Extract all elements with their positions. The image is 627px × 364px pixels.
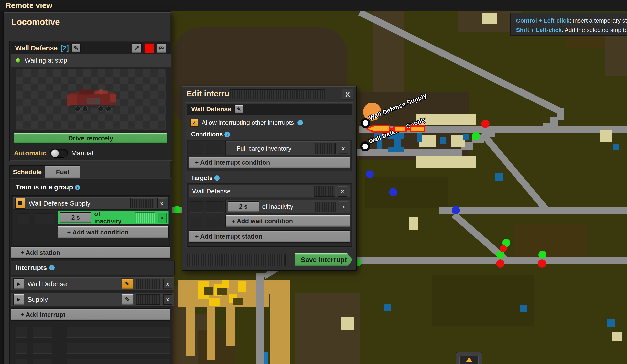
ghost-cell	[33, 343, 52, 354]
tab-fuel[interactable]: Fuel	[45, 165, 80, 179]
drag-handle[interactable]	[136, 294, 160, 305]
map-red-signal	[481, 120, 490, 128]
dialog-drag-handle[interactable]	[230, 90, 325, 99]
expand-interrupt-button[interactable]: ▶	[13, 294, 24, 305]
map-building	[482, 13, 497, 24]
rename-interrupt-button[interactable]: ✎	[234, 105, 243, 113]
train-stop-marker[interactable]	[361, 118, 370, 128]
remove-interrupt-button[interactable]: x	[163, 294, 172, 305]
close-icon: x	[166, 281, 169, 287]
add-station-button[interactable]: + Add station	[11, 246, 170, 259]
close-icon: x	[166, 297, 169, 303]
allow-interrupting-checkbox[interactable]: ✓	[190, 119, 198, 127]
remove-interrupt-button[interactable]: x	[163, 279, 172, 289]
remove-station-button[interactable]: x	[157, 198, 166, 208]
remove-wait-button[interactable]: x	[158, 213, 166, 223]
map-terrain-patch	[238, 281, 246, 292]
train-stop-marker[interactable]	[360, 141, 370, 151]
rename-train-button[interactable]: ✎	[71, 44, 81, 52]
copy-color-button[interactable]	[132, 43, 142, 53]
info-icon[interactable]: i	[214, 176, 219, 181]
target-station-row[interactable]: Wall Defense x	[189, 185, 350, 198]
target-wait-condition-row[interactable]: 2 s of inactivity x	[225, 200, 350, 214]
interrupt-row-wall-defense[interactable]: ▶ Wall Defense ✎ x	[11, 277, 174, 290]
drive-remotely-button[interactable]: Drive remotely	[14, 133, 167, 144]
add-interrupt-condition-button[interactable]: + Add interrupt condition	[189, 157, 350, 168]
save-interrupt-button[interactable]: Save interrupt	[295, 253, 353, 267]
map-terrain-patch	[605, 31, 627, 76]
dialog-close-button[interactable]: X	[342, 89, 354, 100]
edit-interrupt-button-active[interactable]: ✎	[122, 278, 133, 289]
schedule-station-row[interactable]: Wall Defense Supply x	[13, 197, 169, 210]
interrupt-row-supply[interactable]: ▶ Supply ✎ x	[11, 293, 174, 306]
conditions-panel: Full cargo inventory x + Add interrupt c…	[187, 139, 352, 171]
wait-time-button[interactable]: 2 s	[228, 201, 259, 212]
mode-toggle[interactable]	[50, 148, 68, 158]
add-wait-condition-button[interactable]: + Add wait condition	[58, 226, 169, 238]
add-wait-condition-button[interactable]: + Add wait condition	[225, 215, 350, 227]
drag-handle[interactable]	[130, 198, 154, 208]
edit-interrupt-button[interactable]: ✎	[122, 294, 133, 305]
train-status: Waiting at stop	[25, 57, 67, 64]
locate-train-button[interactable]	[157, 43, 166, 53]
map-green-signal	[538, 251, 546, 259]
wait-condition-row[interactable]: 2 s of inactivity x	[58, 211, 169, 225]
map-building	[612, 332, 622, 341]
dialog-title: Edit interrupt	[187, 89, 237, 98]
train-name: Wall Defense	[15, 44, 58, 52]
info-icon[interactable]: i	[49, 265, 54, 271]
drag-handle[interactable]	[136, 279, 160, 289]
wait-time-button[interactable]: 2 s	[60, 212, 91, 223]
interrupts-label: Interrupts	[16, 264, 47, 272]
train-color-swatch[interactable]	[144, 43, 154, 53]
drag-handle[interactable]	[314, 186, 335, 197]
condition-row[interactable]: Full cargo inventory x	[225, 141, 350, 155]
train-header: Wall Defense [2] ✎	[11, 42, 171, 54]
map-chest	[440, 137, 446, 144]
add-interrupt-station-button[interactable]: + Add interrupt station	[189, 230, 350, 242]
train-wagon-marker	[393, 126, 407, 132]
train-preview[interactable]	[15, 69, 166, 130]
hint-text: : Insert a temporary stop.	[570, 17, 627, 24]
ghost-cell	[206, 201, 223, 213]
tab-schedule[interactable]: Schedule	[9, 165, 45, 179]
targets-panel: Wall Defense x 2 s of inactivity x + Add…	[187, 183, 352, 247]
map-building	[451, 135, 465, 147]
train-wagon-marker	[410, 125, 425, 132]
drag-handle[interactable]	[135, 212, 155, 223]
expand-interrupt-button[interactable]: ▶	[13, 278, 24, 289]
map-building	[416, 156, 476, 168]
map-rail	[543, 123, 552, 130]
remove-wait-button[interactable]: x	[339, 201, 348, 212]
ghost-cell	[206, 143, 223, 155]
ghost-cell	[67, 359, 170, 364]
remove-condition-button[interactable]: x	[339, 143, 348, 154]
pencil-icon: ✎	[125, 296, 130, 303]
map-chest	[384, 304, 391, 311]
allow-interrupting-row[interactable]: ✓ Allow interrupting other interrupts i	[190, 119, 303, 127]
ghost-cell	[33, 359, 52, 364]
drag-handle[interactable]	[315, 201, 336, 212]
map-alert-widget[interactable]	[456, 352, 482, 364]
map-red-signal	[500, 245, 507, 252]
map-blue-signal	[452, 206, 460, 214]
map-rail	[439, 207, 627, 214]
info-icon[interactable]: i	[75, 185, 80, 190]
map-terrain-patch	[233, 298, 244, 305]
drag-handle[interactable]	[315, 143, 336, 154]
ghost-cell	[191, 201, 203, 213]
remote-view-bar: Remote view	[0, 0, 627, 11]
info-icon[interactable]: i	[298, 120, 303, 125]
ghost-cell	[18, 213, 29, 224]
pencil-icon: ✎	[74, 45, 78, 51]
condition-text: Full cargo inventory	[228, 145, 291, 152]
map-chest	[464, 134, 469, 140]
map-building	[341, 318, 354, 330]
add-interrupt-button[interactable]: + Add interrupt	[11, 309, 170, 321]
remove-target-button[interactable]: x	[338, 186, 347, 197]
allow-interrupting-label: Allow interrupting other interrupts	[202, 119, 294, 126]
info-icon[interactable]: i	[224, 132, 230, 137]
dialog-footer-drag-handle[interactable]	[187, 254, 286, 266]
target-icon	[158, 45, 165, 51]
group-label: Train is in a group i	[15, 183, 80, 191]
